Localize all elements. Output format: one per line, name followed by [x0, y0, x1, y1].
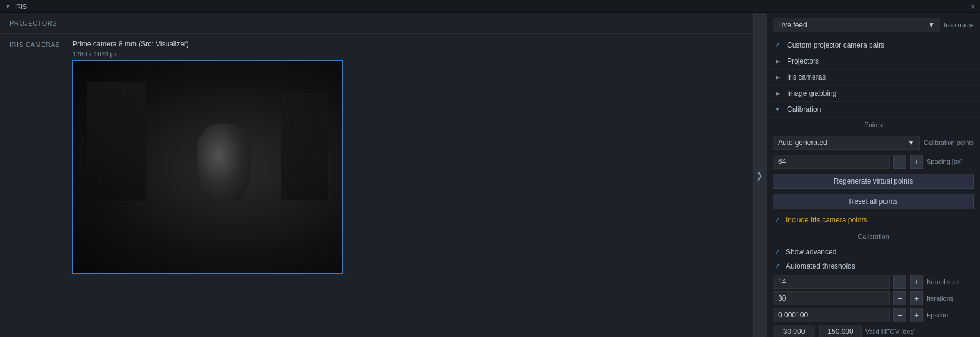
include-iris-check-icon: ✓: [773, 215, 782, 225]
title-bar: ▼ IRIS ×: [0, 0, 980, 13]
include-iris-row[interactable]: ✓ Include Iris camera points: [773, 213, 974, 227]
include-iris-label: Include Iris camera points: [786, 216, 867, 224]
show-advanced-label: Show advanced: [786, 248, 836, 256]
epsilon-input[interactable]: [773, 308, 890, 322]
kernel-row: − + Kernel size: [773, 273, 974, 290]
menu-item-calibration[interactable]: ▼ Calibration: [767, 102, 980, 118]
hfov-min-input[interactable]: [773, 325, 815, 337]
iterations-plus-btn[interactable]: +: [910, 291, 923, 305]
check-icon-custom-pairs: ✓: [773, 40, 782, 50]
live-feed-row: Live feed ▼ Iris source: [767, 13, 980, 37]
vase-shape: [197, 124, 251, 201]
menu-item-custom-pairs[interactable]: ✓ Custom projector camera pairs: [767, 37, 980, 53]
camera-image-inner: [73, 61, 342, 273]
points-type-row: Auto-generated ▼ Calibration points: [773, 134, 974, 151]
left-panel: PROJECTORS IRIS CAMERAS Prime camera 8 m…: [0, 13, 753, 337]
calibration-section: ✓ Show advanced ✓ Automated thresholds −…: [767, 244, 980, 337]
menu-label-projectors: Projectors: [787, 57, 819, 65]
points-type-label: Auto-generated: [778, 138, 827, 147]
kernel-label: Kernel size: [927, 278, 974, 285]
menu-label-image-grabbing: Image grabbing: [787, 89, 836, 97]
triangle-icon-calibration: ▼: [773, 105, 782, 114]
kernel-minus-btn[interactable]: −: [893, 275, 906, 289]
cameras-section: IRIS CAMERAS Prime camera 8 mm (Src: Vis…: [0, 34, 753, 280]
right-panel: Live feed ▼ Iris source ✓ Custom project…: [766, 13, 980, 337]
camera-info: Prime camera 8 mm (Src: Visualizer): [72, 40, 343, 48]
live-feed-label: Live feed: [778, 21, 807, 29]
epsilon-minus-btn[interactable]: −: [893, 308, 906, 322]
projectors-section: PROJECTORS: [0, 13, 753, 34]
triangle-icon-iris-cameras: ▶: [773, 73, 782, 82]
spacing-row: − + Spacing [px]: [773, 153, 974, 170]
iterations-row: − + Iterations: [773, 290, 974, 307]
live-feed-dropdown[interactable]: Live feed ▼: [773, 18, 940, 32]
title-icon: ▼: [5, 3, 11, 10]
points-divider: Points: [767, 118, 980, 132]
kernel-input[interactable]: [773, 275, 890, 289]
automated-thresholds-check-icon: ✓: [773, 262, 782, 271]
camera-size: 1280 x 1024 px: [72, 51, 343, 58]
menu-item-iris-cameras[interactable]: ▶ Iris cameras: [767, 70, 980, 86]
hfov-max-input[interactable]: [819, 325, 862, 337]
calibration-points-label: Calibration points: [924, 139, 974, 146]
points-divider-text: Points: [864, 121, 883, 128]
collapse-icon: ❯: [756, 171, 763, 180]
spacing-minus-btn[interactable]: −: [893, 155, 906, 169]
cameras-label: IRIS CAMERAS: [10, 40, 63, 48]
epsilon-label: Epsilon: [927, 311, 974, 319]
epsilon-plus-btn[interactable]: +: [910, 308, 923, 322]
points-type-dropdown[interactable]: Auto-generated ▼: [773, 136, 920, 150]
bg-left: [87, 82, 146, 201]
menu-item-image-grabbing[interactable]: ▶ Image grabbing: [767, 86, 980, 102]
menu-item-projectors[interactable]: ▶ Projectors: [767, 53, 980, 70]
menu-label-calibration: Calibration: [787, 105, 821, 114]
iris-source-label: Iris source: [944, 21, 974, 29]
iterations-label: Iterations: [927, 295, 974, 302]
epsilon-row: − + Epsilon: [773, 307, 974, 323]
regenerate-btn[interactable]: Regenerate virtual points: [773, 174, 974, 189]
hfov-row: Valid HFOV [deg]: [773, 323, 974, 337]
triangle-icon-projectors: ▶: [773, 56, 782, 66]
camera-image: [72, 60, 343, 274]
spacing-plus-btn[interactable]: +: [910, 155, 923, 169]
hfov-label: Valid HFOV [deg]: [865, 328, 919, 335]
menu-label-iris-cameras: Iris cameras: [787, 73, 826, 81]
calibration-divider: Calibration: [767, 229, 980, 244]
bg-right: [281, 93, 328, 200]
show-advanced-check-icon: ✓: [773, 247, 782, 257]
title-text: IRIS: [14, 3, 27, 10]
close-button[interactable]: ×: [970, 2, 975, 11]
camera-content: Prime camera 8 mm (Src: Visualizer) 1280…: [72, 40, 343, 274]
automated-thresholds-row[interactable]: ✓ Automated thresholds: [773, 259, 974, 273]
spacing-input[interactable]: [773, 155, 890, 169]
kernel-plus-btn[interactable]: +: [910, 275, 923, 289]
automated-thresholds-label: Automated thresholds: [786, 262, 855, 270]
projectors-label: PROJECTORS: [10, 20, 57, 27]
points-section: Auto-generated ▼ Calibration points − + …: [767, 132, 980, 229]
live-feed-arrow: ▼: [928, 21, 935, 29]
show-advanced-row[interactable]: ✓ Show advanced: [773, 245, 974, 259]
menu-label-custom-pairs: Custom projector camera pairs: [787, 41, 884, 49]
main-layout: PROJECTORS IRIS CAMERAS Prime camera 8 m…: [0, 13, 980, 337]
iterations-minus-btn[interactable]: −: [893, 291, 906, 305]
collapse-arrow[interactable]: ❯: [753, 13, 766, 337]
reset-btn[interactable]: Reset all points: [773, 194, 974, 209]
calibration-divider-text: Calibration: [858, 233, 889, 240]
points-type-arrow: ▼: [908, 138, 915, 147]
iterations-input[interactable]: [773, 291, 890, 305]
spacing-label: Spacing [px]: [927, 158, 974, 165]
triangle-icon-image-grabbing: ▶: [773, 89, 782, 98]
